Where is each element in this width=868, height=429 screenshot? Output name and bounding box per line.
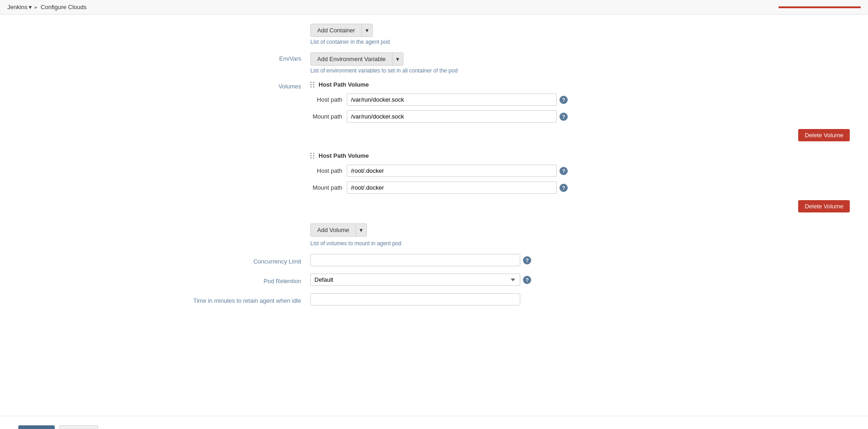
volume-2-mount-path-input[interactable] [347, 181, 557, 194]
volume-1-header: Host Path Volume [310, 81, 850, 88]
add-container-label [18, 24, 310, 45]
volume-1-host-path-help-icon[interactable]: ? [559, 96, 568, 104]
volume-2-mount-path-input-group: ? [347, 181, 568, 194]
add-container-button[interactable]: Add Container ▾ [310, 24, 373, 37]
main-content: Add Container ▾ List of container in the… [0, 15, 868, 416]
breadcrumb-arrow: ▸ [35, 4, 38, 10]
add-container-button-label: Add Container [311, 24, 362, 36]
breadcrumb: Jenkins ▾ ▸ Configure Clouds [0, 0, 868, 15]
concurrency-limit-input[interactable] [310, 254, 520, 266]
volume-1-title: Host Path Volume [319, 81, 369, 88]
pod-retention-label: Pod Retention [18, 275, 310, 284]
add-envvar-dropdown-icon[interactable]: ▾ [392, 53, 403, 65]
volumes-section: Volumes Host Path Volume Host path ? [18, 81, 850, 247]
mount-path-label-2: Mount path [310, 184, 347, 191]
drag-handle-2[interactable] [310, 153, 315, 159]
pod-retention-help-icon[interactable]: ? [523, 276, 531, 284]
concurrency-limit-help-icon[interactable]: ? [523, 256, 531, 264]
add-container-dropdown-icon[interactable]: ▾ [362, 24, 372, 36]
volume-2-host-path-input[interactable] [347, 165, 557, 177]
volume-1-mount-path-row: Mount path ? [310, 110, 850, 123]
volume-1-mount-path-input-group: ? [347, 110, 568, 123]
add-volume-button-label: Add Volume [311, 224, 356, 236]
apply-button[interactable]: Apply [59, 425, 98, 429]
add-envvar-button-label: Add Environment Variable [311, 53, 392, 65]
idle-time-label: Time in minutes to retain agent when idl… [18, 295, 310, 304]
volume-2-header: Host Path Volume [310, 152, 850, 159]
host-path-label-2: Host path [310, 167, 347, 174]
volume-1-mount-path-input[interactable] [347, 110, 557, 123]
red-bar [779, 6, 861, 8]
concurrency-limit-label: Concurrency Limit [18, 255, 310, 265]
delete-volume-2-button[interactable]: Delete Volume [798, 200, 850, 212]
container-list-description: List of container in the agent pod [310, 39, 850, 45]
concurrency-limit-field: ? [310, 254, 850, 266]
pod-retention-select[interactable]: Default Always Never On Failure [310, 274, 520, 286]
current-page-label: Configure Clouds [41, 4, 86, 10]
add-volume-button[interactable]: Add Volume ▾ [310, 223, 367, 237]
volume-2-mount-path-row: Mount path ? [310, 181, 850, 194]
delete-volume-1-button[interactable]: Delete Volume [798, 129, 850, 141]
volume-1-host-path-input[interactable] [347, 93, 557, 106]
idle-time-field [310, 293, 850, 305]
add-volume-dropdown-icon[interactable]: ▾ [356, 224, 366, 236]
jenkins-label: Jenkins [7, 4, 27, 10]
volume-1-delete-row: Delete Volume [310, 127, 850, 141]
volume-list-description: List of volumes to mount in agent pod [310, 240, 850, 247]
jenkins-link[interactable]: Jenkins ▾ [7, 4, 32, 10]
envvars-section: EnvVars Add Environment Variable ▾ List … [18, 52, 850, 74]
envvar-list-description: List of environment variables to set in … [310, 67, 850, 74]
host-path-label-1: Host path [310, 96, 347, 103]
idle-time-input[interactable] [310, 293, 520, 305]
envvars-field: Add Environment Variable ▾ List of envir… [310, 52, 850, 74]
save-button[interactable]: Save [18, 425, 55, 429]
idle-time-section: Time in minutes to retain agent when idl… [18, 293, 850, 305]
volume-2-delete-row: Delete Volume [310, 198, 850, 212]
add-volume-row: Add Volume ▾ List of volumes to mount in… [310, 223, 850, 247]
volume-1-host-path-input-group: ? [347, 93, 568, 106]
envvars-label: EnvVars [18, 52, 310, 74]
add-container-field: Add Container ▾ List of container in the… [310, 24, 850, 45]
volume-2-host-path-input-group: ? [347, 165, 568, 177]
concurrency-limit-section: Concurrency Limit ? [18, 254, 850, 266]
volume-1-mount-path-help-icon[interactable]: ? [559, 113, 568, 121]
volume-2-title: Host Path Volume [319, 152, 369, 159]
volume-block-1: Host Path Volume Host path ? Mount path … [310, 81, 850, 141]
volumes-field: Host Path Volume Host path ? Mount path … [310, 81, 850, 247]
pod-retention-field: Default Always Never On Failure ? [310, 274, 850, 286]
volume-1-host-path-row: Host path ? [310, 93, 850, 106]
bottom-buttons-bar: Save Apply [0, 416, 868, 429]
volume-2-host-path-row: Host path ? [310, 165, 850, 177]
dropdown-arrow-icon: ▾ [29, 4, 32, 10]
drag-handle-1[interactable] [310, 82, 315, 88]
mount-path-label-1: Mount path [310, 113, 347, 120]
volume-block-2: Host Path Volume Host path ? Mount path … [310, 152, 850, 212]
add-envvar-button[interactable]: Add Environment Variable ▾ [310, 52, 403, 66]
volume-2-mount-path-help-icon[interactable]: ? [559, 184, 568, 192]
add-container-section: Add Container ▾ List of container in the… [18, 24, 850, 45]
volumes-label: Volumes [18, 81, 310, 247]
pod-retention-section: Pod Retention Default Always Never On Fa… [18, 274, 850, 286]
volume-2-host-path-help-icon[interactable]: ? [559, 167, 568, 175]
